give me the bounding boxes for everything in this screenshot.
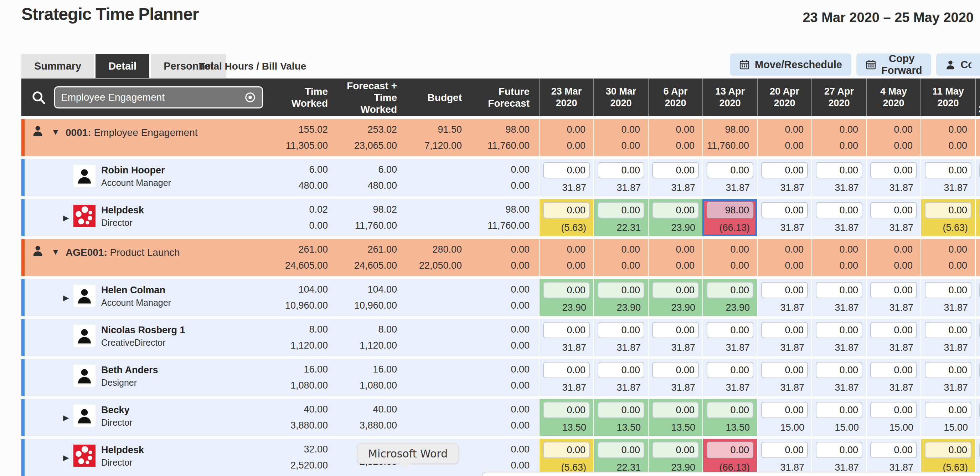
week-value-input[interactable] (543, 362, 590, 378)
tab-summary[interactable]: Summary (21, 54, 94, 78)
metric-value: 480.00 (298, 180, 328, 191)
expand-caret[interactable]: ► (61, 412, 71, 423)
week-value-input[interactable] (925, 162, 972, 179)
week-delta: 31.87 (757, 182, 811, 193)
week-value-input[interactable] (761, 202, 808, 218)
week-value-input[interactable] (816, 442, 862, 458)
week-cell-partial (975, 119, 980, 156)
week-cells: (5.63)22.3123.90(66.13)31.8731.8731.87(5… (539, 199, 980, 236)
week-value-input[interactable] (870, 162, 917, 179)
week-value-input[interactable] (707, 442, 753, 458)
week-delta: 23.90 (539, 302, 593, 313)
week-header: 6 Apr 2020 (648, 78, 702, 116)
week-value-input[interactable] (598, 282, 644, 298)
week-value-input[interactable] (761, 402, 808, 418)
week-value-input[interactable] (870, 322, 917, 338)
week-value-input[interactable] (652, 322, 699, 338)
week-value-input[interactable] (543, 162, 590, 179)
week-value-input[interactable] (707, 322, 753, 338)
week-value-input[interactable] (652, 282, 699, 298)
metric-time-worked: 40.003,880.00 (271, 399, 337, 436)
group-person-icon (32, 125, 43, 136)
metric-value: 6.00 (309, 164, 328, 175)
week-value-input[interactable] (598, 202, 644, 218)
week-delta: 31.87 (703, 182, 757, 193)
week-value-input[interactable] (925, 322, 972, 338)
person-row-left: ►Helen ColmanAccount Manager104.0010,960… (21, 279, 539, 316)
partial-button[interactable] (972, 54, 980, 76)
week-value-input[interactable] (925, 402, 972, 418)
week-value-input[interactable] (652, 402, 699, 418)
week-value-input[interactable] (870, 442, 917, 458)
week-value-input[interactable] (925, 202, 972, 218)
week-value-input[interactable] (925, 282, 972, 298)
collapse-caret[interactable]: ▼ (51, 247, 60, 257)
week-value: 0.00 (676, 244, 695, 255)
week-value: 0.00 (676, 260, 695, 271)
person-row-left: ►HelpdeskDirector0.020.0098.0211,760.009… (21, 199, 539, 236)
metric-time-worked: 6.00480.00 (271, 159, 337, 196)
week-value-input[interactable] (761, 442, 808, 458)
week-value-input[interactable] (761, 282, 808, 298)
metric-value: 0.00 (511, 324, 530, 335)
week-value-input[interactable] (652, 162, 699, 179)
week-value-input[interactable] (761, 162, 808, 179)
week-value-input[interactable] (543, 402, 590, 418)
expand-caret[interactable]: ► (61, 452, 71, 463)
week-value-input[interactable] (707, 282, 753, 298)
table-row: Nicolas Rosberg 1CreativeDirector8.001,1… (21, 319, 980, 356)
week-value-input[interactable] (816, 282, 862, 298)
week-value-input[interactable] (652, 202, 699, 218)
move-reschedule-button[interactable]: Move/Reschedule (730, 54, 851, 76)
metric-value: 11,760.00 (355, 220, 397, 231)
week-value-input[interactable] (925, 442, 972, 458)
week-value-input[interactable] (761, 362, 808, 378)
week-value-input[interactable] (870, 282, 917, 298)
search-input[interactable] (55, 92, 244, 103)
week-value-input[interactable] (816, 402, 862, 418)
week-value-input[interactable] (707, 162, 753, 179)
week-value-input[interactable] (652, 442, 699, 458)
week-value-input[interactable] (598, 442, 644, 458)
week-value-input[interactable] (816, 202, 862, 218)
week-value-input[interactable] (870, 202, 917, 218)
week-value-input[interactable] (707, 202, 753, 218)
collapse-caret[interactable]: ▼ (51, 127, 60, 137)
week-value-input[interactable] (925, 362, 972, 378)
week-value-input[interactable] (816, 322, 862, 338)
week-cell: 31.87 (702, 159, 757, 196)
week-value-input[interactable] (598, 362, 644, 378)
metric-future-forecast: 0.000.00 (471, 439, 539, 476)
week-cell: 23.90 (648, 199, 702, 236)
column-header-time-worked: Time Worked (271, 78, 337, 116)
week-value-input[interactable] (598, 402, 644, 418)
week-value-input[interactable] (543, 322, 590, 338)
week-value-input[interactable] (543, 282, 590, 298)
week-value-input[interactable] (652, 362, 699, 378)
week-value-input[interactable] (598, 162, 644, 179)
copy-forward-button[interactable]: Copy Forward (856, 54, 931, 76)
tab-detail[interactable]: Detail (95, 54, 149, 78)
expand-caret[interactable]: ► (61, 212, 71, 224)
week-value-input[interactable] (543, 202, 590, 218)
week-cell: 31.87 (811, 319, 866, 356)
week-value-input[interactable] (707, 362, 753, 378)
week-cell-partial (975, 399, 980, 436)
week-value-input[interactable] (707, 402, 753, 418)
week-value-input[interactable] (870, 402, 917, 418)
metric-value: 0.00 (511, 364, 530, 375)
week-value-input[interactable] (598, 322, 644, 338)
week-value-input[interactable] (816, 362, 862, 378)
horizontal-scrollbar[interactable] (482, 472, 980, 476)
metric-future-forecast: 0.000.00 (471, 399, 539, 436)
week-value-input[interactable] (543, 442, 590, 458)
expand-caret[interactable]: ► (61, 292, 71, 303)
week-value-input[interactable] (761, 322, 808, 338)
week-value-input[interactable] (816, 162, 862, 179)
eye-icon[interactable] (244, 91, 256, 104)
row-label: ►HelpdeskDirector (21, 439, 271, 476)
avatar (73, 285, 95, 307)
metric-value: 8.00 (309, 324, 328, 335)
table-row: ▼0001: Employee Engagement155.0211,305.0… (21, 119, 980, 156)
week-value-input[interactable] (870, 362, 917, 378)
